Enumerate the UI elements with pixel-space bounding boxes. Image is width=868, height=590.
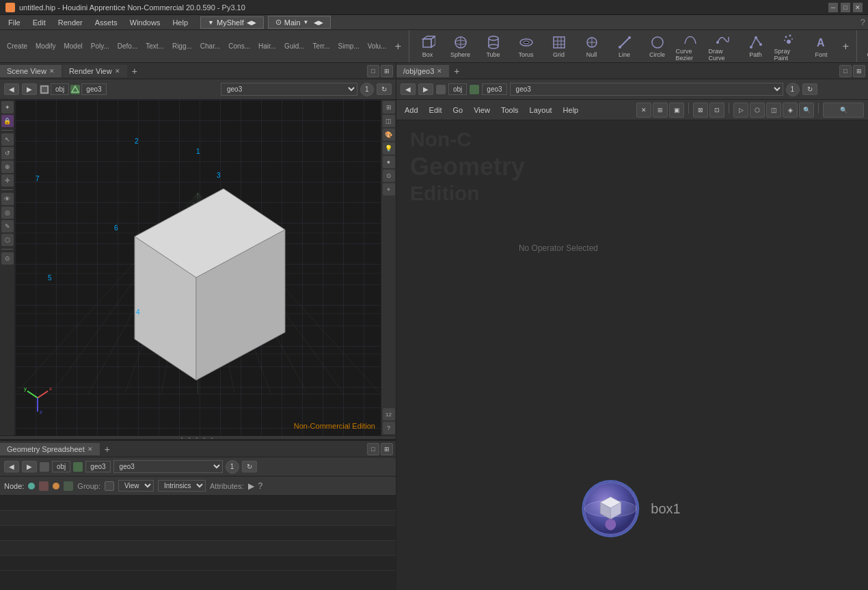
ri-btn-2[interactable]: ⊞ (653, 103, 668, 118)
shelf-tool-sphere[interactable]: Sphere (445, 32, 476, 61)
bottom-path-geo[interactable]: geo3 (85, 461, 110, 472)
rt-view-button[interactable]: View (470, 105, 494, 116)
rt-go-button[interactable]: Go (449, 105, 467, 116)
close-button[interactable]: ✕ (853, 3, 863, 12)
shelf-tool-path[interactable]: Path (740, 32, 772, 61)
viewport-3d[interactable]: View Persp ▼ No cam ▼ (15, 100, 381, 435)
bottom-back-button[interactable]: ◀ (4, 461, 19, 472)
tool-move-button[interactable]: ✛ (1, 174, 14, 187)
tool-select-button[interactable]: ✦ (1, 101, 14, 113)
tab-geometry-spreadsheet[interactable]: Geometry Spreadsheet ✕ (0, 443, 100, 455)
vp-right-btn-6[interactable]: ⊙ (383, 170, 395, 182)
viewport-num-button[interactable]: 1 (360, 83, 374, 96)
shelf-tool-circle[interactable]: Circle (642, 32, 673, 61)
shelf-tool-grid[interactable]: Grid (543, 32, 575, 61)
shelf-add-section-button[interactable]: + (391, 39, 406, 54)
bottom-forward-button[interactable]: ▶ (22, 461, 37, 472)
main-button[interactable]: ⊙ Main ▼ ◀▶ (268, 16, 331, 29)
bottom-cycle-button[interactable]: ↻ (242, 461, 257, 472)
shelf-section-terr[interactable]: Terr... (309, 32, 334, 61)
bottom-layout-button[interactable]: □ (367, 443, 379, 455)
tool-rotate-button[interactable]: ↺ (1, 147, 14, 159)
shelf-section-create[interactable]: Create (3, 32, 31, 61)
shelf-section-defo[interactable]: Defo... (113, 32, 141, 61)
shelf-tool-torus[interactable]: Torus (511, 32, 542, 61)
vp-right-btn-4[interactable]: 💡 (383, 142, 395, 155)
tool-cursor-button[interactable]: ↖ (1, 133, 14, 146)
render-view-close-icon[interactable]: ✕ (115, 68, 120, 75)
shelf-tool-font[interactable]: A Font (806, 32, 837, 61)
shelf-section-guid[interactable]: Guid... (280, 32, 308, 61)
add-right-tab-button[interactable]: + (450, 64, 463, 79)
viewport-cycle-button[interactable]: ↻ (377, 83, 392, 95)
vp-right-btn-1[interactable]: ⊞ (383, 101, 395, 113)
shelf-section-rigg[interactable]: Rigg... (168, 32, 196, 61)
shelf-section-cons[interactable]: Cons... (224, 32, 254, 61)
add-bottom-tab-button[interactable]: + (100, 442, 114, 457)
attributes-help-button[interactable]: ? (258, 481, 263, 491)
path-geo[interactable]: geo3 (81, 83, 106, 95)
tab-render-view[interactable]: Render View ✕ (62, 65, 128, 77)
shelf-section-hair[interactable]: Hair... (254, 32, 280, 61)
menu-windows[interactable]: Windows (124, 17, 166, 28)
ri-btn-9[interactable]: ◈ (783, 103, 798, 118)
vp-right-btn-q[interactable]: ? (383, 422, 395, 434)
viewport-forward-button[interactable]: ▶ (22, 83, 37, 95)
shelf-tool-line[interactable]: Line (609, 32, 640, 61)
attributes-expand-button[interactable]: ▶ (248, 481, 254, 491)
network-editor[interactable]: Non-CGeometryEdition No Operator Selecte… (396, 120, 868, 590)
spreadsheet-tab-close-icon[interactable]: ✕ (87, 446, 93, 453)
right-forward-button[interactable]: ▶ (418, 83, 433, 95)
right-path-geo[interactable]: geo3 (482, 83, 506, 95)
rt-help-button[interactable]: Help (559, 105, 583, 116)
menu-edit[interactable]: Edit (27, 17, 51, 28)
right-path-select[interactable]: geo3 (510, 83, 783, 96)
shelf-tool-drawcurve[interactable]: Draw Curve (707, 32, 739, 61)
shelf-section-char[interactable]: Char... (196, 32, 224, 61)
right-split-button[interactable]: ⊞ (853, 65, 865, 77)
right-cycle-button[interactable]: ↻ (802, 83, 817, 95)
viewport-back-button[interactable]: ◀ (4, 83, 19, 95)
shelf-section-poly[interactable]: Poly... (87, 32, 113, 61)
shelf-tool-camera[interactable]: Camera (863, 32, 868, 61)
bottom-path-obj[interactable]: obj (52, 461, 70, 472)
ri-btn-4[interactable]: ⊠ (693, 103, 708, 118)
rt-add-button[interactable]: Add (401, 105, 422, 116)
ri-btn-8[interactable]: ◫ (766, 103, 781, 118)
menu-file[interactable]: File (3, 17, 26, 28)
shelf-section-volu[interactable]: Volu... (364, 32, 391, 61)
add-tab-button[interactable]: + (128, 64, 141, 79)
shelf-tool-spraypaint[interactable]: Spray Paint (773, 32, 804, 61)
ri-btn-6[interactable]: ▷ (733, 103, 748, 118)
ri-btn-5[interactable]: ⊡ (709, 103, 724, 118)
shelf-section-simp[interactable]: Simp... (334, 32, 364, 61)
menu-help[interactable]: Help (167, 17, 193, 28)
shelf-section-text[interactable]: Text... (141, 32, 168, 61)
scene-view-close-icon[interactable]: ✕ (49, 68, 55, 75)
shelf-tool-tube[interactable]: Tube (478, 32, 509, 61)
maximize-button[interactable]: □ (841, 3, 850, 12)
ri-btn-10[interactable]: 🔍 (799, 103, 814, 118)
tool-scale-button[interactable]: ⊕ (1, 161, 14, 173)
vp-right-btn-7[interactable]: ⌖ (383, 183, 395, 196)
box1-node-icon[interactable] (584, 482, 637, 535)
bottom-split-button[interactable]: ⊞ (381, 443, 393, 455)
right-layout-button[interactable]: □ (839, 65, 852, 77)
rt-layout-button[interactable]: Layout (526, 105, 556, 116)
rt-tools-button[interactable]: Tools (497, 105, 523, 116)
view-select[interactable]: View (118, 480, 154, 492)
shelf-section-model[interactable]: Model (59, 32, 86, 61)
right-tab-close-icon[interactable]: ✕ (437, 68, 442, 75)
shelf-section-modify[interactable]: Modify (31, 32, 59, 61)
right-num-button[interactable]: 1 (786, 83, 800, 96)
tool-node-button[interactable]: ⊙ (1, 252, 14, 265)
vp-right-btn-5[interactable]: ● (383, 156, 395, 168)
menu-assets[interactable]: Assets (90, 17, 123, 28)
titlebar-controls[interactable]: ─ □ ✕ (828, 3, 863, 12)
myshelf-button[interactable]: ▼ MyShelf ◀▶ (200, 16, 264, 29)
tool-eye-button[interactable]: 👁 (1, 193, 14, 205)
ri-btn-3[interactable]: ▣ (669, 103, 684, 118)
right-back-button[interactable]: ◀ (401, 83, 416, 95)
menu-render[interactable]: Render (53, 17, 88, 28)
tool-lock-button[interactable]: 🔒 (1, 115, 14, 127)
